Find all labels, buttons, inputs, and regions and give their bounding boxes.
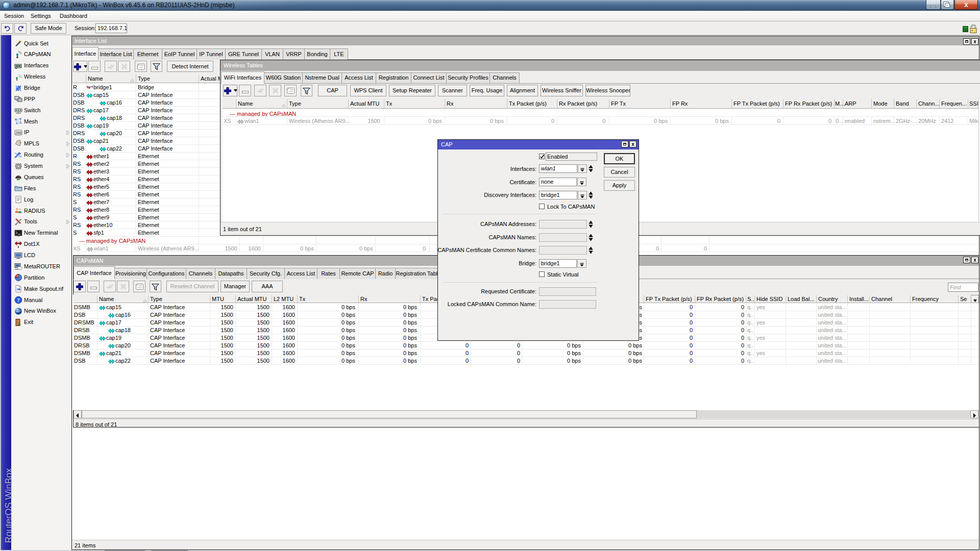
svg-text:?: ? bbox=[17, 297, 20, 303]
svg-text:255: 255 bbox=[15, 131, 21, 135]
